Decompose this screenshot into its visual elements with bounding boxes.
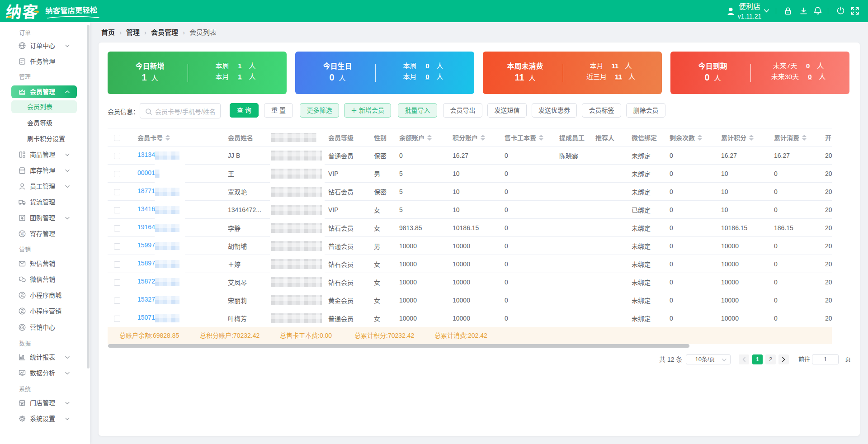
svg-text:寄: 寄	[20, 231, 24, 236]
